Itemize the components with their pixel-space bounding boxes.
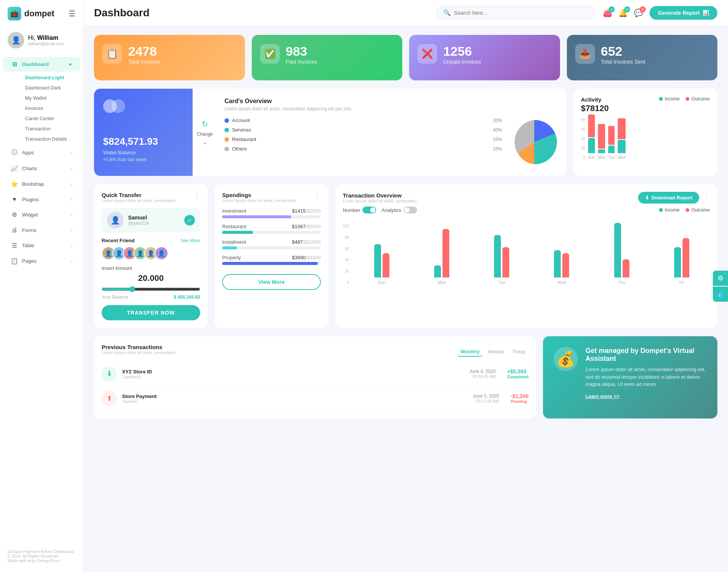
pt-tab-weekly[interactable]: Weekly [485,347,507,357]
sidebar-item-plugins[interactable]: ♥ Plugins › [3,192,80,207]
sidebar-item-table[interactable]: ☰ Table › [3,238,80,253]
sub-nav-cards-center[interactable]: Cards Center [17,113,83,124]
view-more-button[interactable]: View More [222,274,321,290]
hamburger-icon[interactable]: ☰ [69,9,75,18]
download-report-button[interactable]: ⬇ Download Report [638,192,699,204]
transfer-now-button[interactable]: TRANSFER NOW [102,305,200,320]
footer-copy: © 2021 All Rights Reserved [8,554,75,558]
legend-dot-others [224,147,229,151]
sub-nav-dashboard-dark[interactable]: Dashboard Dark [17,83,83,93]
pt-date: June 4, 2020 05:34:45 AM [469,369,496,379]
pt-icon-2: ⬆ [102,391,117,406]
sidebar-item-widget[interactable]: ⚙ Widget › [3,207,80,222]
content-area: 📋 2478 Total Invoices ✅ 983 Paid Invoice… [83,26,728,572]
three-dots-icon[interactable]: ⋮ [314,192,321,200]
stat-number-unpaid: 1256 [443,44,481,59]
pt-header: Previous Transactions Lorem ipsum dolor … [102,344,529,360]
table-row-2: ⬆ Store Payment Transfer June 5, 2020 09… [102,386,529,411]
stat-number-total: 2478 [128,44,160,59]
search-input[interactable] [454,10,588,16]
insert-amount-value: 20.000 [102,273,200,283]
wallet-icon-badge[interactable]: 👛 2 [603,8,612,17]
chevron-right-icon: › [71,227,72,233]
pie-chart [510,118,559,167]
legend-dot-services [224,128,229,132]
toggle-number-label: Number [343,207,360,213]
to-bar-out-mon [442,229,449,277]
to-outcome-label: Outcome [691,207,710,213]
change-card-button[interactable]: ↻ Change ⌄ [193,89,217,176]
amount-slider[interactable] [102,286,200,292]
sidebar-item-charts[interactable]: 📈 Charts › [3,161,80,176]
sidebar-item-bootstrap[interactable]: ⭐ Bootstrap › [3,177,80,191]
water-drop-float-button[interactable]: 💧 [713,287,728,302]
bar-outcome-tue [608,126,615,145]
generate-report-button[interactable]: Generate Report 📊 [650,6,717,20]
sub-nav-transaction[interactable]: Transaction [17,124,83,134]
table-icon: ☰ [11,242,18,249]
chevron-right-icon: › [71,212,72,218]
pages-icon: 📋 [11,257,18,265]
stat-card-paid: ✅ 983 Paid Invoices [252,35,403,80]
bar-chart-icon: 📊 [703,10,709,16]
sub-nav-transaction-details[interactable]: Transaction Details [17,134,83,144]
stats-row: 📋 2478 Total Invoices ✅ 983 Paid Invoice… [94,35,717,80]
stat-label-total: Total Invoices [128,59,160,65]
charts-icon: 📈 [11,165,18,172]
to-title: Transaction Overview [343,192,417,199]
sidebar-item-dashboard[interactable]: ⊞ Dashboard ▼ [3,57,80,72]
download-label: Download Report [651,195,692,201]
pt-amount-2: -$1,200 [511,393,529,399]
chevron-right-icon: › [71,243,72,248]
sub-nav-invoices[interactable]: Invoices [17,103,83,113]
to-legend: Income Outcome [659,207,710,213]
spendings-header: Spendings Lorem ipsum dolor sit amet, co… [222,192,321,208]
spending-property: Property $3890/$4000 [222,255,321,265]
bar-outcome-wed [618,118,625,139]
bar-outcome-sun [588,114,595,137]
sidebar-item-pages[interactable]: 📋 Pages › [3,254,80,268]
bottom-row: Quick Transfer Lorem ipsum dolor sit ame… [94,184,717,328]
spending-amount-restaurant: $1567/$5000 [292,224,321,229]
va-learn-more-link[interactable]: Learn more >> [585,393,620,399]
spending-name-investment: Investment [222,208,246,214]
bar-group-sun: Sun [588,114,595,160]
number-toggle-switch[interactable] [362,207,376,213]
spending-bar-restaurant [222,231,253,234]
to-bar-inc-wed [554,250,561,277]
to-yaxis: 100806040200 [343,224,349,285]
sidebar-item-apps[interactable]: ⓘ Apps › [3,145,80,160]
to-bar-group-thu: Thu [594,223,650,285]
spending-amount-investment: $1415/$2000 [292,208,321,214]
overview-right: Card's Overview Lorem ipsum dolor sit am… [217,89,566,176]
chat-icon-badge[interactable]: 💬 5 [634,8,643,17]
see-all-link[interactable]: See More [180,238,200,243]
pt-info-2: Store Payment Transfer [122,393,157,404]
to-bar-chart: Sun Mon [354,224,710,285]
activity-legend: Income Outcome [659,96,710,102]
stat-label-sent: Total Invoices Sent [601,59,646,65]
analytics-toggle-switch[interactable] [403,207,417,213]
to-bar-pair-fri [674,238,689,277]
friend-avatar-6: 👤 [155,246,168,260]
sub-nav-my-wallet[interactable]: My Wallet [17,93,83,103]
pt-tab-monthly[interactable]: Monthly [458,347,483,357]
insert-amount-label: Insert Amount [102,265,200,271]
pt-tab-today[interactable]: Today [509,347,529,357]
stat-number-paid: 983 [286,44,317,59]
legend-services: Services 40% [224,127,502,133]
three-dots-icon[interactable]: ⋮ [193,192,200,200]
bell-icon-badge[interactable]: 🔔 12 [618,8,628,17]
three-dots-icon[interactable]: ⋮ [703,194,710,202]
pt-amount-col: +$5,553 Completed [507,368,529,379]
stat-number-sent: 652 [601,44,646,59]
spending-bar-installment [222,246,237,249]
sidebar-item-forms[interactable]: 🖨 Forms › [3,223,80,237]
legend-name-restaurant: Restaurant [232,136,256,142]
qt-header: Quick Transfer Lorem ipsum dolor sit ame… [102,192,200,208]
generate-report-label: Generate Report [658,10,700,16]
spendings-title: Spendings [222,192,297,198]
settings-float-button[interactable]: ⚙ [713,271,728,286]
spending-restaurant: Restaurant $1567/$5000 [222,224,321,234]
sub-nav-dashboard-light[interactable]: Dashboard Light [17,72,83,83]
